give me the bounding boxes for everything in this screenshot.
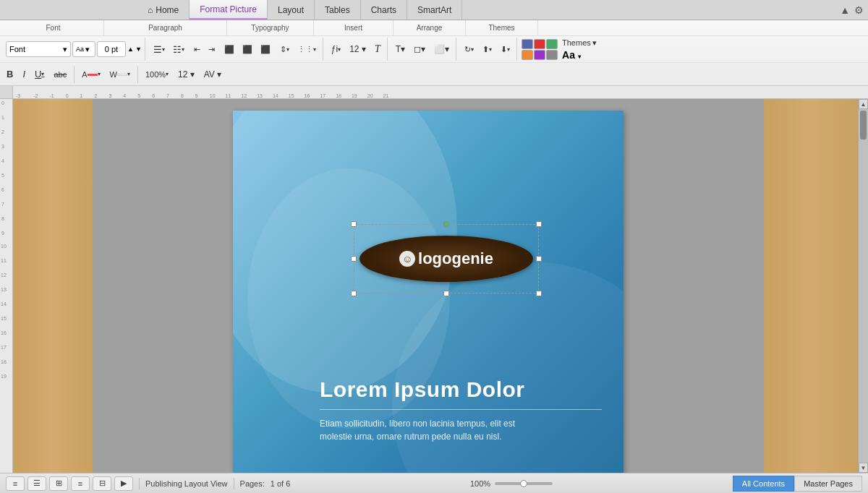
vertical-ruler: 0 1 2 3 4 5 6 7 8 9 10 11 12 13 14 15 16… — [0, 99, 13, 473]
theme-swatch-orange[interactable] — [522, 50, 533, 60]
arrange-forward-btn[interactable]: ⬆ ▾ — [479, 43, 495, 56]
handle-top-right[interactable] — [536, 221, 542, 227]
list-numbers-btn[interactable]: ☷ ▾ — [169, 43, 188, 56]
font-size-up-icon[interactable]: ▲ — [127, 46, 134, 53]
underline-btn[interactable]: U ▾ — [31, 67, 48, 81]
highlight-swatch — [117, 74, 127, 76]
window-settings-icon[interactable]: ⚙ — [854, 4, 864, 16]
align-right-btn[interactable]: ⬛ — [257, 43, 274, 56]
align-center-icon: ⬛ — [242, 45, 252, 54]
window-collapse-icon[interactable]: ▲ — [840, 4, 850, 16]
tab-format-label: Format Picture — [200, 4, 257, 14]
script-btn[interactable]: T — [371, 42, 384, 56]
font-color-btn[interactable]: A ▾ — [78, 69, 103, 80]
increase-indent-btn[interactable]: ⇥ — [205, 43, 218, 56]
home-icon: ⌂ — [148, 5, 153, 15]
zoom-area: 100% — [470, 479, 553, 488]
subscript-btn[interactable]: 12 ▾ — [174, 68, 198, 81]
tab-tables[interactable]: Tables — [315, 0, 361, 20]
tab-smartart[interactable]: SmartArt — [407, 0, 462, 20]
theme-swatch-gray[interactable] — [546, 50, 558, 60]
columns-btn[interactable]: ⋮⋮ ▾ — [294, 43, 320, 56]
theme-swatch-green[interactable] — [546, 39, 558, 49]
tab-bar-right: ▲ ⚙ — [840, 0, 868, 20]
logo-symbol-icon: ☺ — [399, 251, 415, 267]
tab-format-picture[interactable]: Format Picture — [190, 0, 268, 20]
arrange-rotate-icon: ↻ — [464, 45, 471, 54]
handle-top-mid[interactable] — [443, 221, 449, 227]
highlight-btn[interactable]: W ▾ — [106, 69, 134, 80]
view-mode-label: Publishing Layout View — [145, 479, 228, 488]
pages-label: Pages: — [240, 479, 265, 488]
zoom-slider[interactable] — [495, 482, 553, 485]
chevron-icon: ▾ — [85, 45, 90, 54]
zoom-percent-label: 100% — [470, 479, 490, 488]
strikethrough-btn[interactable]: abc — [50, 69, 70, 80]
tab-master-pages[interactable]: Master Pages — [794, 476, 862, 492]
scroll-up-btn[interactable]: ▲ — [859, 99, 868, 109]
superscript-btn[interactable]: AV ▾ — [200, 68, 225, 81]
vertical-scrollbar[interactable]: ▲ ▼ — [858, 99, 868, 473]
tab-layout[interactable]: Layout — [268, 0, 315, 20]
themes-dropdown-btn[interactable]: Themes ▾ — [562, 38, 597, 48]
scroll-down-btn[interactable]: ▼ — [859, 463, 868, 473]
insert-group: T▾ ◻▾ ⬜▾ — [389, 38, 456, 61]
handle-bot-mid[interactable] — [443, 291, 449, 296]
align-center-btn[interactable]: ⬛ — [239, 43, 256, 56]
arrange-rotate-btn[interactable]: ↻ ▾ — [461, 43, 477, 56]
decrease-indent-btn[interactable]: ⇤ — [190, 43, 204, 56]
handle-top-left[interactable] — [351, 221, 357, 227]
kern-btn[interactable]: 12 ▾ — [346, 43, 370, 56]
app-window: ⌂ Home Format Picture Layout Tables Char… — [0, 0, 868, 493]
handle-bot-right[interactable] — [536, 291, 542, 296]
view-btn-2[interactable]: ☰ — [27, 476, 46, 491]
font-size-input[interactable] — [97, 41, 126, 57]
logo-container[interactable]: ☺ logologogeniegenie — [359, 230, 533, 288]
view-btn-3[interactable]: ⊞ — [49, 476, 68, 491]
line-spacing-icon: ⇕ — [280, 45, 286, 54]
image-btn[interactable]: ⬜▾ — [430, 43, 453, 56]
zoom-thumb[interactable] — [520, 480, 527, 487]
text-box-icon: T▾ — [396, 44, 405, 54]
chevron-down-icon: ▾ — [63, 45, 67, 54]
page-background: ☺ logologogeniegenie Lorem Ipsum Dolor E… — [233, 111, 624, 473]
view-btn-5[interactable]: ⊟ — [93, 476, 111, 491]
view-btn-4[interactable]: ≡ — [71, 476, 90, 491]
shape-btn[interactable]: ◻▾ — [410, 43, 429, 56]
tab-charts[interactable]: Charts — [361, 0, 407, 20]
font-family-dropdown[interactable]: Font ▾ — [6, 41, 71, 57]
theme-swatch-red[interactable] — [534, 39, 545, 49]
list-bullets-btn[interactable]: ☰ ▾ — [150, 43, 169, 56]
ribbon-group-headers: Font Paragraph Typography Insert Arrange… — [0, 20, 868, 36]
tab-home[interactable]: ⌂ Home — [137, 0, 190, 20]
scroll-thumb[interactable] — [860, 111, 867, 140]
scroll-track[interactable] — [859, 109, 868, 463]
handle-mid-right[interactable] — [536, 256, 542, 262]
text-box-btn[interactable]: T▾ — [392, 43, 409, 56]
align-left-btn[interactable]: ⬛ — [221, 43, 238, 56]
ligatures-chevron-icon: ▾ — [338, 46, 341, 53]
arrange-back-btn[interactable]: ⬇ ▾ — [497, 43, 514, 56]
font-size-down-icon[interactable]: ▼ — [135, 46, 142, 53]
font-family-label: Font — [9, 45, 25, 53]
view-btn-6[interactable]: ▶ — [114, 476, 133, 491]
themes-group: Themes ▾ Aa ▾ — [519, 38, 600, 61]
script-icon: T — [375, 43, 380, 55]
theme-swatch-purple[interactable] — [534, 50, 545, 60]
group-label-themes: Themes — [488, 24, 514, 32]
bold-btn[interactable]: B — [3, 67, 17, 81]
ligatures-btn[interactable]: ƒi ▾ — [328, 43, 344, 56]
handle-bot-left[interactable] — [351, 291, 357, 296]
theme-swatch-blue[interactable] — [522, 39, 533, 49]
line-spacing-btn[interactable]: ⇕ ▾ — [276, 43, 293, 56]
font-color-swatch — [88, 74, 98, 76]
font-style-dropdown[interactable]: Aa ▾ — [72, 41, 95, 57]
zoom-btn[interactable]: 100% ▾ — [142, 69, 172, 80]
italic-btn[interactable]: I — [19, 67, 29, 81]
view-btn-1[interactable]: ≡ — [6, 476, 25, 491]
line-spacing-chevron-icon: ▾ — [286, 46, 289, 53]
font-theme-btn[interactable]: Aa ▾ — [562, 49, 581, 61]
ligatures-icon: ƒi — [331, 44, 338, 54]
handle-mid-left[interactable] — [351, 256, 357, 262]
tab-all-contents[interactable]: All Contents — [733, 476, 794, 492]
